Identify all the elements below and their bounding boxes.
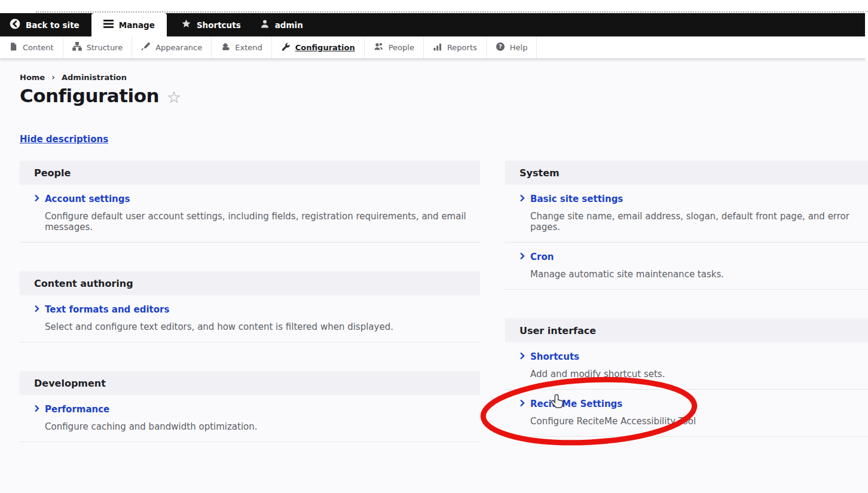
chevron-right-icon <box>34 194 39 204</box>
config-item-shortcuts: Shortcuts Add and modify shortcut sets. <box>505 342 868 390</box>
account-settings-link[interactable]: Account settings <box>34 194 480 204</box>
link-label: Cron <box>530 252 554 262</box>
admin-menu-bar: Content Structure Appearance Extend Conf… <box>0 36 866 59</box>
manage-tab[interactable]: Manage <box>91 13 167 36</box>
menu-label: Content <box>23 43 54 52</box>
link-label: ReciteMe Settings <box>530 399 622 409</box>
item-description: Manage automatic site maintenance tasks. <box>530 269 868 280</box>
hamburger-icon <box>103 20 114 30</box>
breadcrumb-administration[interactable]: Administration <box>62 73 127 82</box>
menu-label: Structure <box>87 43 123 52</box>
chevron-right-icon <box>34 404 39 415</box>
config-item-performance: Performance Configure caching and bandwi… <box>20 395 480 442</box>
back-arrow-circle-icon <box>10 19 20 31</box>
config-item-cron: Cron Manage automatic site maintenance t… <box>505 243 868 290</box>
menu-item-reports[interactable]: Reports <box>424 36 487 59</box>
category-system: System Basic site settings Change site n… <box>505 161 868 290</box>
main-content: Home › Administration Configuration ☆ Hi… <box>0 59 868 493</box>
menu-label: Configuration <box>295 43 355 52</box>
category-title: Development <box>20 371 480 395</box>
breadcrumb-home[interactable]: Home <box>20 73 45 82</box>
menu-label: Extend <box>235 43 262 52</box>
star-icon <box>181 19 191 30</box>
title-row: Configuration ☆ <box>20 85 868 106</box>
text-formats-link[interactable]: Text formats and editors <box>34 304 480 315</box>
config-item-basic-site-settings: Basic site settings Change site name, em… <box>505 185 868 243</box>
category-title: User interface <box>505 319 868 342</box>
user-icon <box>260 19 270 30</box>
category-title: Content authoring <box>20 271 480 295</box>
people-icon <box>374 42 384 53</box>
right-edge-strip <box>865 12 868 60</box>
item-description: Add and modify shortcut sets. <box>530 369 868 379</box>
hide-descriptions-link[interactable]: Hide descriptions <box>20 134 108 145</box>
menu-label: Help <box>510 43 528 52</box>
chevron-right-icon <box>519 351 525 362</box>
item-description: Select and configure text editors, and h… <box>45 321 480 332</box>
link-label: Basic site settings <box>530 194 623 204</box>
back-to-site-label: Back to site <box>26 20 80 30</box>
reciteme-settings-link[interactable]: ReciteMe Settings <box>519 399 868 409</box>
item-description: Configure ReciteMe Accessibility Tool <box>530 416 868 427</box>
item-description: Configure default user account settings,… <box>45 211 480 232</box>
file-icon <box>9 42 18 53</box>
svg-text:?: ? <box>499 43 502 50</box>
basic-site-settings-link[interactable]: Basic site settings <box>519 194 868 204</box>
menu-item-structure[interactable]: Structure <box>63 36 132 59</box>
question-icon: ? <box>496 42 505 53</box>
menu-item-extend[interactable]: Extend <box>212 36 272 59</box>
menu-label: People <box>389 43 414 52</box>
user-name-label: admin <box>275 20 303 30</box>
chevron-right-icon <box>519 252 525 262</box>
bar-chart-icon <box>433 42 442 53</box>
right-column: System Basic site settings Change site n… <box>505 161 868 466</box>
category-title: System <box>505 161 868 185</box>
manage-label: Manage <box>119 20 155 30</box>
menu-item-content[interactable]: Content <box>0 36 63 59</box>
shortcuts-link[interactable]: Shortcuts <box>519 351 868 362</box>
drupal-configuration-page: { "admin_toolbar": { "back_to_site": "Ba… <box>0 0 868 493</box>
item-description: Configure caching and bandwidth optimiza… <box>45 421 480 432</box>
cron-link[interactable]: Cron <box>519 252 868 262</box>
puzzle-icon <box>221 42 230 53</box>
category-content-authoring: Content authoring Text formats and edito… <box>20 271 480 342</box>
link-label: Performance <box>45 404 109 415</box>
link-label: Text formats and editors <box>45 304 169 315</box>
shortcuts-label: Shortcuts <box>197 20 241 30</box>
top-dotted-border <box>36 11 868 13</box>
config-item-account-settings: Account settings Configure default user … <box>20 185 480 243</box>
menu-item-appearance[interactable]: Appearance <box>132 36 212 59</box>
menu-item-help[interactable]: ? Help <box>487 36 537 59</box>
config-item-reciteme-settings: ReciteMe Settings Configure ReciteMe Acc… <box>505 390 868 437</box>
admin-toolbar: Back to site Manage Shortcuts admin <box>0 13 866 36</box>
category-columns: People Account settings Configure defaul… <box>20 161 868 471</box>
menu-label: Reports <box>447 43 477 52</box>
category-development: Development Performance Configure cachin… <box>20 371 480 442</box>
chevron-right-icon <box>519 399 525 409</box>
category-user-interface: User interface Shortcuts Add and modify … <box>505 319 868 437</box>
item-description: Change site name, email address, slogan,… <box>530 211 868 232</box>
page-title: Configuration <box>20 85 159 106</box>
menu-item-configuration[interactable]: Configuration <box>272 36 365 59</box>
left-column: People Account settings Configure defaul… <box>20 161 480 471</box>
chevron-right-icon <box>34 304 39 315</box>
config-item-text-formats: Text formats and editors Select and conf… <box>20 295 480 342</box>
shortcuts-button[interactable]: Shortcuts <box>172 13 250 36</box>
chevron-right-icon <box>519 194 525 204</box>
performance-link[interactable]: Performance <box>34 404 480 415</box>
paintbrush-icon <box>141 42 151 53</box>
menu-item-people[interactable]: People <box>365 36 424 59</box>
favorite-star-icon[interactable]: ☆ <box>167 89 181 105</box>
wrench-icon <box>281 42 291 53</box>
link-label: Account settings <box>45 194 130 204</box>
user-menu-button[interactable]: admin <box>250 13 313 36</box>
breadcrumb-separator-icon: › <box>51 72 55 82</box>
category-people: People Account settings Configure defaul… <box>20 161 480 243</box>
sitemap-icon <box>72 42 82 53</box>
menu-label: Appearance <box>155 43 202 52</box>
back-to-site-button[interactable]: Back to site <box>0 13 89 36</box>
breadcrumb: Home › Administration <box>20 72 868 82</box>
category-title: People <box>20 161 480 185</box>
link-label: Shortcuts <box>530 351 579 362</box>
